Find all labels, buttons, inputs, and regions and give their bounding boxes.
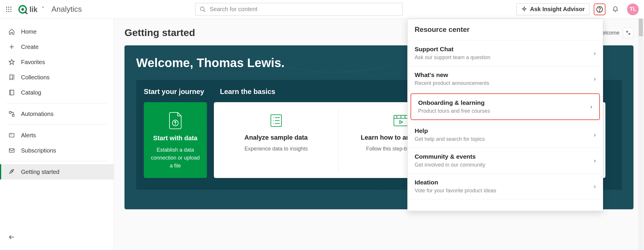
sidebar-item-label: Home <box>21 28 37 35</box>
sidebar: Home Create Favorites Collections Catalo… <box>0 19 114 250</box>
svg-line-15 <box>204 10 205 12</box>
brand: lik Analytics <box>16 5 82 14</box>
svg-point-0 <box>6 6 7 8</box>
list-icon <box>222 110 330 131</box>
popover-item-title: Help <box>415 127 485 134</box>
sidebar-item-favorites[interactable]: Favorites <box>0 54 114 70</box>
svg-text:lik: lik <box>30 5 38 13</box>
popover-item-title: Ideation <box>415 179 496 186</box>
sidebar-item-subscriptions[interactable]: Subscriptions <box>0 143 114 158</box>
svg-marker-50 <box>400 121 403 124</box>
svg-rect-25 <box>9 133 14 137</box>
card-desc: Experience data to insights <box>222 145 330 153</box>
sidebar-item-label: Alerts <box>21 132 36 139</box>
card-title: Start with data <box>149 134 202 142</box>
search-field[interactable] <box>210 6 398 13</box>
app-header: lik Analytics Ask Insight Advisor TL <box>0 0 644 19</box>
collapse-welcome-button[interactable] <box>623 28 633 38</box>
sidebar-separator <box>6 124 107 125</box>
popover-item-desc: Product tours and free courses <box>418 108 490 114</box>
card-desc: Establish a data connection or upload a … <box>149 146 202 170</box>
chevron-right-icon: › <box>594 50 596 56</box>
bell-icon <box>612 6 619 13</box>
sidebar-item-label: Getting started <box>21 169 59 175</box>
popover-item-onboarding[interactable]: Onboarding & learning Product tours and … <box>411 93 600 120</box>
user-avatar[interactable]: TL <box>627 4 639 15</box>
sidebar-item-alerts[interactable]: Alerts <box>0 128 114 143</box>
popover-item-desc: Get help and search for topics <box>415 136 485 142</box>
journey-title: Start your journey <box>144 88 204 96</box>
card-analyze-sample[interactable]: Analyze sample data Experience data to i… <box>214 109 339 172</box>
sidebar-separator <box>6 103 107 103</box>
popover-item-title: Onboarding & learning <box>418 99 490 106</box>
bookmark-icon <box>8 74 15 81</box>
sidebar-item-create[interactable]: Create <box>0 39 114 54</box>
mail-icon <box>8 147 15 154</box>
card-start-with-data[interactable]: Start with data Establish a data connect… <box>144 102 207 178</box>
home-icon <box>8 28 15 35</box>
collapse-sidebar-button[interactable] <box>8 234 105 241</box>
compress-icon <box>626 30 631 35</box>
help-icon <box>596 6 603 13</box>
svg-point-7 <box>8 11 9 12</box>
search-icon <box>200 6 206 13</box>
popover-item-community[interactable]: Community & events Get involved in our c… <box>408 148 603 173</box>
sidebar-item-automations[interactable]: Automations <box>0 106 114 121</box>
svg-point-13 <box>42 7 44 8</box>
svg-rect-21 <box>10 90 14 95</box>
notifications-button[interactable] <box>610 4 621 15</box>
rocket-icon <box>8 168 15 175</box>
svg-point-1 <box>8 6 9 8</box>
basics-title: Learn the basics <box>220 88 275 96</box>
svg-point-28 <box>12 171 13 172</box>
svg-point-8 <box>11 11 12 12</box>
popover-item-support-chat[interactable]: Support Chat Ask our support team a ques… <box>408 40 603 66</box>
svg-marker-20 <box>9 59 14 64</box>
popover-item-title: Support Chat <box>415 46 490 53</box>
sidebar-item-home[interactable]: Home <box>0 24 114 39</box>
alerts-icon <box>8 132 15 139</box>
sparkle-icon <box>521 6 527 12</box>
file-upload-icon <box>149 110 202 131</box>
sidebar-item-label: Automations <box>21 111 53 117</box>
svg-rect-24 <box>12 114 14 116</box>
collapse-icon <box>8 234 15 241</box>
svg-point-14 <box>200 7 204 11</box>
popover-item-desc: Get involved in our community <box>415 162 485 168</box>
svg-point-4 <box>8 9 9 10</box>
popover-item-ideation[interactable]: Ideation Vote for your favorite product … <box>408 173 603 199</box>
catalog-icon <box>8 89 15 96</box>
vertical-scrollbar[interactable] <box>638 19 643 250</box>
card-title: Analyze sample data <box>222 134 330 141</box>
sidebar-item-collections[interactable]: Collections <box>0 70 114 85</box>
plus-icon <box>8 43 15 50</box>
scrollbar-thumb[interactable] <box>639 19 643 36</box>
popover-item-help[interactable]: Help Get help and search for topics › <box>408 122 603 148</box>
popover-item-title: Community & events <box>415 153 485 160</box>
qlik-logo: lik <box>16 5 46 14</box>
chevron-right-icon: › <box>594 157 596 164</box>
chevron-right-icon: › <box>590 103 592 110</box>
automations-icon <box>8 110 15 117</box>
sidebar-item-label: Favorites <box>21 59 45 66</box>
chevron-right-icon: › <box>594 76 596 82</box>
popover-item-title: What's new <box>415 71 489 78</box>
popover-title: Resource center <box>408 19 603 40</box>
header-actions: Ask Insight Advisor TL <box>516 3 639 15</box>
popover-item-desc: Recent product announcements <box>415 80 489 86</box>
resource-center-popover: Resource center Support Chat Ask our sup… <box>407 19 603 211</box>
chevron-right-icon: › <box>594 131 596 138</box>
help-button[interactable] <box>594 4 605 15</box>
popover-item-whats-new[interactable]: What's new Recent product announcements … <box>408 66 603 92</box>
svg-point-17 <box>599 11 600 11</box>
sidebar-item-catalog[interactable]: Catalog <box>0 85 114 100</box>
svg-rect-27 <box>9 149 14 153</box>
star-icon <box>8 59 15 66</box>
popover-item-desc: Vote for your favorite product ideas <box>415 188 496 194</box>
popover-footer-gap <box>408 199 603 211</box>
product-name: Analytics <box>51 5 82 14</box>
search-input[interactable] <box>195 3 403 16</box>
ask-insight-advisor-button[interactable]: Ask Insight Advisor <box>516 3 590 15</box>
sidebar-item-getting-started[interactable]: Getting started <box>0 164 114 179</box>
app-launcher-icon[interactable] <box>5 6 12 13</box>
